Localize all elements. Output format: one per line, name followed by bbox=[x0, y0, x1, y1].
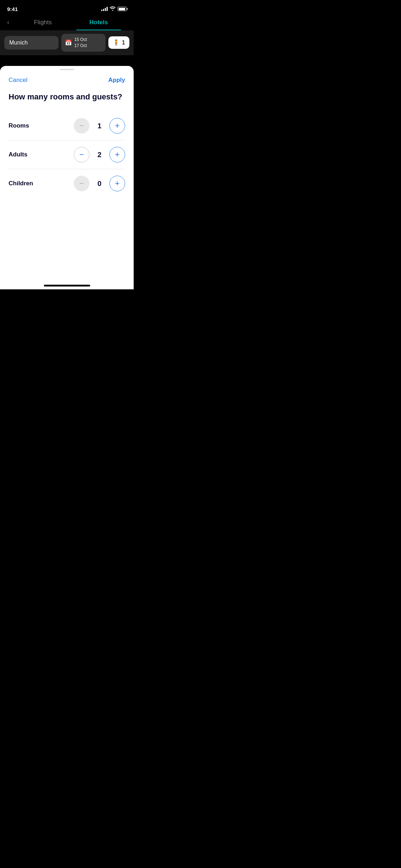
check-out-date: 17 Oct bbox=[74, 43, 87, 49]
guest-button[interactable]: 🧍 1 bbox=[108, 36, 129, 49]
stepper-section: Rooms − 1 + Adults − 2 + Children − 0 + bbox=[0, 112, 134, 198]
cancel-button[interactable]: Cancel bbox=[9, 77, 27, 84]
children-decrement-button[interactable]: − bbox=[74, 176, 89, 191]
adults-controls: − 2 + bbox=[74, 147, 125, 162]
modal-header: Cancel Apply bbox=[0, 70, 134, 89]
check-in-date: 15 Oct bbox=[74, 37, 87, 43]
children-controls: − 0 + bbox=[74, 176, 125, 191]
guest-picker-modal: Cancel Apply How many rooms and guests? … bbox=[0, 66, 134, 289]
person-icon: 🧍 bbox=[113, 39, 120, 46]
date-picker-button[interactable]: 📅 15 Oct 17 Oct bbox=[61, 34, 106, 52]
tab-flights[interactable]: Flights bbox=[15, 19, 71, 26]
children-value: 0 bbox=[96, 180, 103, 188]
adults-label: Adults bbox=[9, 151, 27, 158]
children-label: Children bbox=[9, 180, 33, 187]
rooms-row: Rooms − 1 + bbox=[9, 112, 125, 140]
signal-icon bbox=[101, 7, 108, 11]
adults-value: 2 bbox=[96, 151, 103, 159]
date-range-text: 15 Oct 17 Oct bbox=[74, 37, 87, 49]
adults-row: Adults − 2 + bbox=[9, 140, 125, 169]
rooms-decrement-button[interactable]: − bbox=[74, 118, 89, 134]
rooms-value: 1 bbox=[96, 122, 103, 130]
children-increment-button[interactable]: + bbox=[109, 176, 125, 191]
home-indicator bbox=[44, 285, 90, 286]
wifi-icon bbox=[110, 6, 115, 12]
guest-count: 1 bbox=[122, 40, 125, 46]
search-area: Munich 📅 15 Oct 17 Oct 🧍 1 bbox=[0, 30, 134, 55]
status-icons bbox=[101, 6, 127, 12]
modal-title: How many rooms and guests? bbox=[0, 89, 134, 112]
calendar-icon: 📅 bbox=[65, 39, 72, 46]
adults-increment-button[interactable]: + bbox=[109, 147, 125, 162]
tab-hotels[interactable]: Hotels bbox=[71, 19, 127, 26]
rooms-increment-button[interactable]: + bbox=[109, 118, 125, 134]
battery-icon bbox=[118, 7, 127, 11]
status-bar: 9:41 bbox=[0, 0, 134, 16]
adults-decrement-button[interactable]: − bbox=[74, 147, 89, 162]
rooms-controls: − 1 + bbox=[74, 118, 125, 134]
apply-button[interactable]: Apply bbox=[108, 77, 125, 84]
children-row: Children − 0 + bbox=[9, 169, 125, 198]
navigation-tabs: ‹ Flights Hotels bbox=[0, 16, 134, 30]
rooms-label: Rooms bbox=[9, 122, 29, 129]
city-input[interactable]: Munich bbox=[4, 36, 58, 50]
back-button[interactable]: ‹ bbox=[7, 19, 9, 26]
status-time: 9:41 bbox=[7, 6, 18, 12]
